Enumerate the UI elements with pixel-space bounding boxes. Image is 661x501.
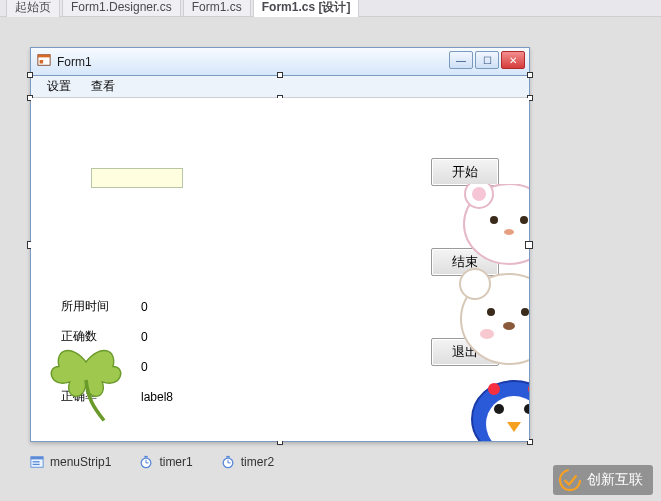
ide-tab-strip: 起始页 Form1.Designer.cs Form1.cs Form1.cs …: [0, 0, 661, 17]
svg-rect-24: [33, 464, 40, 465]
stat-rate-value: label8: [141, 390, 173, 404]
stat-wrong-value: 0: [141, 360, 148, 374]
cartoon-characters: [439, 184, 529, 441]
input-textbox[interactable]: [91, 168, 183, 188]
svg-point-18: [524, 404, 529, 414]
maximize-button[interactable]: ☐: [475, 51, 499, 69]
svg-point-20: [528, 383, 529, 395]
menu-strip[interactable]: 设置 查看: [31, 76, 529, 98]
timer-icon: [221, 455, 235, 469]
minimize-button[interactable]: —: [449, 51, 473, 69]
ide-tab-designer[interactable]: Form1.Designer.cs: [62, 0, 181, 16]
svg-rect-22: [31, 457, 43, 460]
svg-rect-26: [145, 456, 149, 458]
timer-icon: [139, 455, 153, 469]
svg-rect-1: [38, 55, 50, 58]
svg-point-17: [494, 404, 504, 414]
stat-time: 所用时间 0: [61, 298, 148, 315]
stat-correct-value: 0: [141, 330, 148, 344]
svg-point-7: [520, 216, 528, 224]
form-title: Form1: [57, 55, 92, 69]
form-client-area: 开始 结束 退出 所用时间 0 正确数 0 错误数 0 正确率 label8: [31, 98, 529, 441]
stat-time-label: 所用时间: [61, 298, 121, 315]
stat-rate-label: 正确率: [61, 388, 121, 405]
stat-correct: 正确数 0: [61, 328, 148, 345]
svg-rect-23: [33, 461, 40, 462]
menu-view[interactable]: 查看: [81, 76, 125, 97]
svg-rect-30: [226, 456, 230, 458]
ide-tab-start[interactable]: 起始页: [6, 0, 60, 18]
menustrip-icon: [30, 455, 44, 469]
watermark: 创新互联: [553, 465, 653, 495]
ide-tab-code[interactable]: Form1.cs: [183, 0, 251, 16]
stat-wrong: 错误数 0: [61, 358, 148, 375]
svg-rect-2: [40, 60, 44, 64]
svg-point-13: [503, 322, 515, 330]
tray-timer1[interactable]: timer1: [139, 455, 192, 469]
svg-point-16: [486, 396, 529, 441]
menu-settings[interactable]: 设置: [37, 76, 81, 97]
stat-wrong-label: 错误数: [61, 358, 121, 375]
svg-point-11: [487, 308, 495, 316]
svg-point-33: [560, 470, 580, 490]
svg-point-4: [465, 184, 493, 208]
exit-button[interactable]: 退出: [431, 338, 499, 366]
form-window[interactable]: Form1 — ☐ ✕ 设置 查看 开始 结束 退出 所用时间: [30, 47, 530, 442]
watermark-logo-icon: [559, 469, 581, 491]
designer-surface: Form1 — ☐ ✕ 设置 查看 开始 结束 退出 所用时间: [0, 17, 661, 501]
end-button[interactable]: 结束: [431, 248, 499, 276]
stat-correct-label: 正确数: [61, 328, 121, 345]
svg-point-8: [504, 229, 514, 235]
svg-point-15: [472, 381, 529, 441]
ide-tab-design[interactable]: Form1.cs [设计]: [253, 0, 360, 18]
svg-point-6: [490, 216, 498, 224]
svg-point-12: [521, 308, 529, 316]
tray-timer2[interactable]: timer2: [221, 455, 274, 469]
start-button[interactable]: 开始: [431, 158, 499, 186]
svg-point-19: [488, 383, 500, 395]
tray-menustrip[interactable]: menuStrip1: [30, 455, 111, 469]
svg-point-5: [472, 187, 486, 201]
close-button[interactable]: ✕: [501, 51, 525, 69]
stat-time-value: 0: [141, 300, 148, 314]
stat-rate: 正确率 label8: [61, 388, 173, 405]
form-icon: [37, 53, 57, 70]
